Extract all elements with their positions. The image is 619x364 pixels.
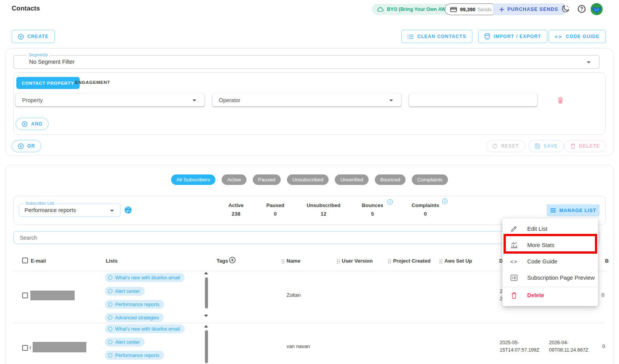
stat-complaints-value: 0	[412, 211, 439, 217]
dark-mode-moon-icon[interactable]	[561, 5, 570, 14]
circle-icon	[108, 327, 112, 331]
bounces-info-icon[interactable]: i	[387, 199, 393, 205]
drag-handle-icon[interactable]	[281, 259, 285, 263]
plus-circle-icon	[18, 143, 24, 149]
reset-button[interactable]: RESET	[486, 140, 525, 152]
list-chip-label: Performance reports	[115, 353, 159, 358]
scroll-up-icon[interactable]	[204, 325, 208, 327]
menu-item-delete[interactable]: Delete	[502, 287, 598, 303]
plus-circle-icon	[22, 121, 28, 127]
date-secondary: 2026-04- 09T08:11:24.667Z	[549, 339, 588, 354]
drag-handle-icon[interactable]	[336, 259, 340, 263]
name-header-label: Name	[287, 258, 300, 264]
list-icon	[407, 34, 414, 39]
list-chip[interactable]: Alert center	[105, 338, 145, 347]
reset-icon	[492, 143, 498, 149]
menu-item-label: More Stats	[527, 242, 554, 248]
database-icon	[484, 33, 490, 40]
filter-active[interactable]: Active	[222, 174, 246, 185]
manage-list-button[interactable]: MANAGE LIST	[547, 204, 600, 216]
complaints-info-icon[interactable]: i	[442, 199, 448, 204]
operator-select[interactable]: Operator	[212, 93, 401, 106]
drag-handle-icon[interactable]	[388, 259, 391, 263]
column-header-tags[interactable]: Tags	[217, 258, 228, 264]
list-chip[interactable]: What's new with bluefox.email	[105, 273, 185, 282]
scroll-up-icon[interactable]	[204, 272, 208, 274]
date-fragment: 2 2	[500, 288, 502, 303]
purchase-sends-button[interactable]: PURCHASE SENDS	[493, 3, 565, 15]
date-line: 09T08:11:24.667Z	[549, 347, 588, 354]
filter-complaints[interactable]: Complaints	[412, 174, 448, 185]
purchase-sends-label: PURCHASE SENDS	[507, 7, 558, 12]
save-button[interactable]: SAVE	[528, 140, 564, 152]
manage-list-menu: Edit List More Stats <> Code Guide Subsc…	[502, 218, 598, 306]
menu-item-more-stats[interactable]: More Stats	[502, 237, 598, 253]
add-tag-icon[interactable]	[229, 257, 236, 265]
tab-contact-property[interactable]: CONTACT PROPERTY	[16, 77, 80, 89]
drag-handle-icon[interactable]	[439, 259, 442, 263]
column-header-b-truncated[interactable]: B	[605, 258, 609, 264]
column-header-project-created[interactable]: Project Created	[388, 258, 430, 264]
import-export-label: IMPORT / EXPORT	[493, 34, 541, 39]
list-chip[interactable]: What's new with bluefox.email	[105, 324, 185, 333]
column-header-name[interactable]: Name	[281, 258, 300, 264]
import-export-button[interactable]: IMPORT / EXPORT	[478, 30, 547, 43]
tab-engagement[interactable]: ENGAGEMENT	[75, 80, 110, 85]
plus-icon	[499, 7, 504, 12]
row-checkbox[interactable]	[22, 345, 28, 351]
aws-set-up-header-label: Aws Set Up	[444, 258, 472, 264]
select-all-checkbox[interactable]	[22, 258, 28, 263]
filter-unverified[interactable]: Unverified	[335, 174, 369, 185]
column-header-lists[interactable]: Lists	[106, 258, 117, 264]
filter-all-subscribers[interactable]: All Subscribers	[171, 174, 216, 185]
form-preview-icon	[510, 275, 518, 281]
menu-item-label: Edit List	[527, 226, 547, 232]
trash-icon	[510, 292, 518, 299]
globe-icon[interactable]	[124, 206, 132, 215]
avatar[interactable]	[591, 3, 603, 17]
row-checkbox[interactable]	[22, 293, 28, 298]
segments-select[interactable]: Segments No Segment Filter	[13, 55, 600, 69]
filter-paused[interactable]: Paused	[253, 174, 281, 185]
remove-condition-trash-icon[interactable]	[558, 97, 563, 105]
code-icon: <>	[555, 34, 562, 40]
column-header-email[interactable]: E-mail	[31, 258, 46, 264]
scroll-down-icon[interactable]	[204, 315, 208, 317]
or-button[interactable]: OR	[12, 140, 41, 152]
list-chip[interactable]: Advanced strategies	[105, 313, 164, 322]
code-guide-button[interactable]: <> CODE GUIDE	[549, 30, 606, 43]
circle-icon	[108, 275, 112, 280]
filter-unsubscribed[interactable]: Unsubscribed	[287, 174, 329, 185]
stat-paused: Paused 0	[266, 202, 284, 217]
menu-item-code-guide[interactable]: <> Code Guide	[502, 253, 598, 270]
property-select[interactable]: Property	[16, 93, 205, 106]
list-chip-label: Performance reports	[115, 302, 159, 307]
chevron-down-icon	[587, 61, 591, 63]
lists-scrollbar-thumb[interactable]	[205, 277, 208, 308]
lists-scrollbar-thumb[interactable]	[205, 330, 208, 363]
subscriber-list-select[interactable]: Subscriber List Performance reports	[19, 204, 121, 217]
condition-value-input[interactable]	[409, 93, 537, 106]
and-button[interactable]: AND	[16, 118, 49, 130]
save-icon	[535, 143, 540, 149]
create-button[interactable]: CREATE	[12, 30, 55, 43]
menu-item-subscription-page-preview[interactable]: Subscription Page Preview	[502, 270, 598, 286]
help-icon[interactable]: ?	[578, 5, 586, 13]
delete-segment-button[interactable]: DELETE	[564, 140, 606, 152]
list-chip-label: Advanced strategies	[115, 315, 159, 320]
operator-placeholder: Operator	[219, 97, 240, 103]
sends-counter-badge: 99,390 Sends	[445, 3, 497, 15]
chevron-down-icon	[110, 210, 114, 212]
stat-active-label: Active	[228, 202, 243, 208]
column-header-aws-set-up[interactable]: Aws Set Up	[439, 258, 472, 264]
list-chip[interactable]: Performance reports	[105, 351, 164, 360]
menu-item-edit-list[interactable]: Edit List	[502, 221, 598, 237]
filter-bounced[interactable]: Bounced	[375, 174, 406, 185]
date-line: 15T14:07:57.199Z	[500, 347, 539, 354]
list-chip[interactable]: Performance reports	[105, 300, 164, 309]
clean-contacts-button[interactable]: CLEAN CONTACTS	[401, 30, 472, 43]
list-chip[interactable]: Alert center	[105, 287, 145, 296]
column-header-user-version[interactable]: User Version	[336, 258, 373, 264]
menu-item-label: Code Guide	[527, 258, 557, 265]
page-title: Contacts	[12, 5, 40, 12]
